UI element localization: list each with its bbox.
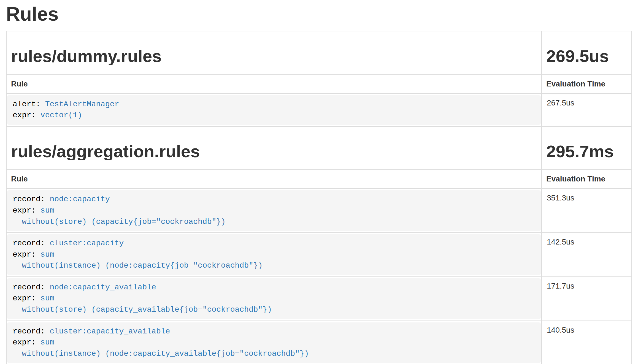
- rule-eval-time: 351.3us: [542, 189, 632, 233]
- rule-line: record: node:capacity: [13, 194, 535, 205]
- rule-line: record: node:capacity_available: [13, 282, 535, 293]
- rule-column-header: Rule: [6, 74, 542, 94]
- rule-group-eval-total: 269.5us: [546, 47, 627, 65]
- rule-expression-link[interactable]: without(instance) (node:capacity_availab…: [13, 349, 309, 358]
- rule-field-label: expr:: [13, 111, 40, 119]
- rule-field-label: record:: [13, 283, 50, 292]
- column-header-row: Rule Evaluation Time: [6, 74, 632, 94]
- rule-expression-link[interactable]: vector(1): [40, 111, 82, 119]
- rule-expression-link[interactable]: sum: [40, 338, 54, 347]
- rule-line: record: cluster:capacity_available: [13, 326, 535, 337]
- rule-eval-time: 171.7us: [542, 277, 632, 321]
- rules-table: rules/dummy.rules 269.5us Rule Evaluatio…: [6, 31, 632, 364]
- rule-field-label: alert:: [13, 100, 45, 108]
- rule-definition: record: node:capacity expr: sum without(…: [7, 190, 541, 231]
- rule-field-label: record:: [13, 239, 50, 248]
- rule-line: without(instance) (node:capacity_availab…: [13, 348, 535, 360]
- time-column-header: Evaluation Time: [542, 169, 632, 189]
- rule-group-file: rules/aggregation.rules: [11, 143, 537, 160]
- time-column-header: Evaluation Time: [542, 74, 632, 94]
- rule-expression-link[interactable]: sum: [40, 206, 54, 215]
- rule-definition: record: cluster:capacity expr: sum witho…: [7, 234, 541, 275]
- rule-expression-link[interactable]: without(store) (capacity{job="cockroachd…: [13, 218, 226, 226]
- rule-line: expr: sum: [13, 337, 535, 348]
- rule-line: without(instance) (node:capacity{job="co…: [13, 260, 535, 271]
- rule-line: without(store) (capacity{job="cockroachd…: [13, 216, 535, 228]
- rule-name-link[interactable]: TestAlertManager: [45, 100, 119, 108]
- column-header-row: Rule Evaluation Time: [6, 169, 632, 189]
- group-header-row: rules/aggregation.rules 295.7ms: [6, 126, 632, 169]
- rule-row: record: node:capacity_available expr: su…: [6, 277, 632, 321]
- rule-field-label: expr:: [13, 338, 40, 347]
- page-title: Rules: [6, 4, 632, 24]
- rule-line: expr: sum: [13, 205, 535, 216]
- group-header-row: rules/dummy.rules 269.5us: [6, 31, 632, 74]
- rule-name-link[interactable]: node:capacity: [50, 195, 110, 203]
- rule-row: alert: TestAlertManager expr: vector(1) …: [6, 94, 632, 126]
- rule-row: record: cluster:capacity_available expr:…: [6, 321, 632, 364]
- rule-group-eval-total: 295.7ms: [546, 143, 627, 160]
- rule-field-label: expr:: [13, 250, 40, 259]
- rule-field-label: expr:: [13, 206, 40, 215]
- rule-line: record: cluster:capacity: [13, 238, 535, 249]
- rule-definition: record: node:capacity_available expr: su…: [7, 278, 541, 319]
- rule-expression-link[interactable]: without(instance) (node:capacity{job="co…: [13, 261, 263, 270]
- rule-field-label: record:: [13, 327, 50, 336]
- rule-group-file: rules/dummy.rules: [11, 47, 537, 65]
- rule-eval-time: 267.5us: [542, 94, 632, 126]
- rule-name-link[interactable]: cluster:capacity_available: [50, 327, 170, 336]
- rule-line: expr: sum: [13, 249, 535, 260]
- rule-expression-link[interactable]: sum: [40, 294, 54, 303]
- rule-expression-link[interactable]: without(store) (capacity_available{job="…: [13, 305, 272, 314]
- rule-field-label: record:: [13, 195, 50, 203]
- rule-line: alert: TestAlertManager: [13, 99, 535, 110]
- rule-name-link[interactable]: cluster:capacity: [50, 239, 124, 248]
- rule-row: record: node:capacity expr: sum without(…: [6, 189, 632, 233]
- rule-row: record: cluster:capacity expr: sum witho…: [6, 233, 632, 277]
- rule-definition: record: cluster:capacity_available expr:…: [7, 322, 541, 363]
- rule-line: without(store) (capacity_available{job="…: [13, 304, 535, 316]
- rule-field-label: expr:: [13, 294, 40, 303]
- rule-column-header: Rule: [6, 169, 542, 189]
- rule-definition: alert: TestAlertManager expr: vector(1): [7, 95, 541, 125]
- rule-line: expr: vector(1): [13, 110, 535, 121]
- rule-eval-time: 142.5us: [542, 233, 632, 277]
- rule-line: expr: sum: [13, 293, 535, 304]
- rule-expression-link[interactable]: sum: [40, 250, 54, 259]
- rule-eval-time: 140.5us: [542, 321, 632, 364]
- rule-name-link[interactable]: node:capacity_available: [50, 283, 156, 292]
- rules-page: Rules rules/dummy.rules 269.5us Rule Eva…: [0, 4, 638, 364]
